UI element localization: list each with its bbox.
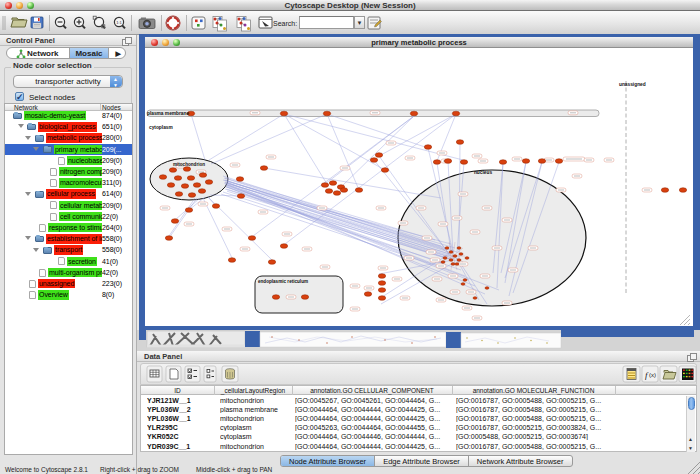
svg-text:mitochondrion: mitochondrion — [173, 162, 205, 167]
svg-text:cytoplasm: cytoplasm — [149, 125, 173, 130]
svg-text:plasma membrane: plasma membrane — [147, 111, 189, 116]
svg-text:endoplasmic reticulum: endoplasmic reticulum — [258, 279, 308, 284]
svg-text:(x): (x) — [649, 372, 656, 378]
svg-text:unassigned: unassigned — [619, 82, 646, 87]
svg-text:1:1: 1:1 — [116, 20, 122, 25]
svg-text:nucleus: nucleus — [474, 170, 492, 175]
